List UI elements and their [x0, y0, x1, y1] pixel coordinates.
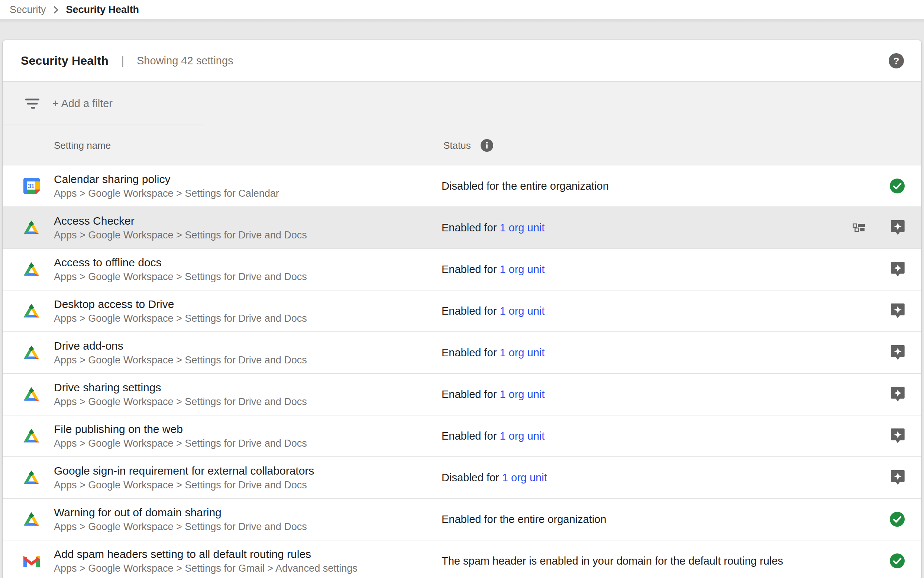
status-cell: The spam header is enabled in your domai… — [442, 555, 783, 567]
recommendation-badge-icon[interactable] — [891, 220, 905, 235]
filter-bar: + Add a filter — [3, 82, 921, 125]
setting-title: Google sign-in requirement for external … — [54, 464, 314, 478]
status-cell: Enabled for the entire organization — [442, 513, 606, 526]
info-icon[interactable] — [481, 139, 493, 152]
table-row[interactable]: Desktop access to Drive Apps > Google Wo… — [3, 291, 921, 332]
org-unit-link[interactable]: 1 org unit — [500, 222, 545, 234]
setting-path: Apps > Google Workspace > Settings for C… — [54, 187, 279, 200]
filter-icon — [25, 99, 39, 109]
setting-title: Access to offline docs — [54, 255, 307, 270]
recommendation-badge-icon[interactable] — [891, 470, 905, 485]
filter-and-header-section: + Add a filter Setting name Status — [3, 82, 921, 166]
page-band-shadow — [0, 19, 924, 23]
setting-title: Desktop access to Drive — [54, 297, 307, 311]
setting-name-cell: Warning for out of domain sharing Apps >… — [54, 505, 307, 533]
status-cell: Enabled for 1 org unit — [442, 263, 545, 276]
breadcrumb: Security Security Health — [0, 0, 924, 19]
org-unit-link[interactable]: 1 org unit — [502, 472, 547, 484]
app-icon — [23, 387, 40, 402]
page-title: Security Health — [21, 54, 108, 68]
org-units-mapping-icon[interactable] — [853, 223, 865, 232]
help-icon[interactable] — [889, 53, 904, 68]
status-text: The spam header is enabled in your domai… — [442, 555, 783, 567]
table-row[interactable]: File publishing on the web Apps > Google… — [3, 416, 921, 457]
setting-path: Apps > Google Workspace > Settings for D… — [54, 479, 314, 492]
status-text: Enabled for — [442, 430, 500, 442]
app-icon — [23, 512, 40, 527]
org-unit-link[interactable]: 1 org unit — [500, 388, 545, 400]
title-separator: | — [121, 54, 124, 67]
chevron-right-icon — [53, 6, 59, 14]
add-filter-button[interactable]: + Add a filter — [52, 97, 113, 110]
app-icon — [23, 178, 40, 194]
app-icon — [23, 345, 40, 360]
table-row[interactable]: Warning for out of domain sharing Apps >… — [3, 499, 921, 541]
recommendation-badge-icon[interactable] — [891, 262, 905, 277]
status-cell: Enabled for 1 org unit — [442, 222, 545, 234]
setting-path: Apps > Google Workspace > Settings for D… — [54, 229, 307, 242]
recommendation-badge-icon[interactable] — [891, 304, 905, 319]
app-icon — [23, 262, 40, 277]
status-text: Disabled for the entire organization — [442, 180, 609, 192]
recommendation-badge-icon[interactable] — [891, 429, 905, 444]
table-row[interactable]: Google sign-in requirement for external … — [3, 457, 921, 499]
table-row[interactable]: Access Checker Apps > Google Workspace >… — [3, 207, 921, 249]
app-icon — [23, 470, 40, 485]
setting-name-cell: File publishing on the web Apps > Google… — [54, 422, 307, 450]
status-text: Enabled for — [442, 263, 500, 275]
breadcrumb-current: Security Health — [66, 4, 139, 16]
org-unit-link[interactable]: 1 org unit — [500, 430, 545, 442]
setting-name-column-header: Setting name — [54, 140, 111, 151]
setting-path: Apps > Google Workspace > Settings for D… — [54, 270, 307, 283]
setting-name-cell: Access Checker Apps > Google Workspace >… — [54, 214, 307, 242]
status-cell: Enabled for 1 org unit — [442, 388, 545, 401]
settings-count: Showing 42 settings — [137, 55, 233, 67]
setting-path: Apps > Google Workspace > Settings for D… — [54, 354, 307, 367]
table-header-row: Setting name Status — [3, 125, 921, 166]
status-text: Enabled for — [442, 347, 500, 359]
app-icon — [23, 304, 40, 319]
status-ok-icon — [890, 554, 905, 568]
status-column-header: Status — [443, 140, 471, 151]
setting-name-cell: Access to offline docs Apps > Google Wor… — [54, 255, 307, 283]
setting-title: Access Checker — [54, 214, 307, 228]
app-icon — [23, 220, 40, 235]
setting-title: Drive add-ons — [54, 339, 307, 353]
status-ok-icon — [890, 512, 905, 527]
card-header: Security Health | Showing 42 settings — [3, 40, 921, 82]
status-cell: Enabled for 1 org unit — [442, 347, 545, 359]
table-row[interactable]: Calendar sharing policy Apps > Google Wo… — [3, 166, 921, 207]
recommendation-badge-icon[interactable] — [891, 345, 905, 360]
settings-table: Calendar sharing policy Apps > Google Wo… — [3, 166, 921, 578]
app-icon — [23, 429, 40, 444]
security-health-card: Security Health | Showing 42 settings + … — [3, 40, 921, 578]
setting-name-cell: Google sign-in requirement for external … — [54, 464, 314, 492]
org-unit-link[interactable]: 1 org unit — [500, 347, 545, 359]
breadcrumb-parent-link[interactable]: Security — [10, 4, 46, 16]
setting-path: Apps > Google Workspace > Settings for D… — [54, 437, 307, 450]
table-row[interactable]: Drive add-ons Apps > Google Workspace > … — [3, 332, 921, 374]
status-text: Enabled for — [442, 388, 500, 400]
setting-path: Apps > Google Workspace > Settings for D… — [54, 520, 307, 533]
table-row[interactable]: Add spam headers setting to all default … — [3, 541, 921, 578]
status-cell: Disabled for the entire organization — [442, 180, 609, 192]
setting-name-cell: Add spam headers setting to all default … — [54, 547, 358, 575]
setting-title: Drive sharing settings — [54, 380, 307, 395]
setting-name-cell: Drive add-ons Apps > Google Workspace > … — [54, 339, 307, 367]
setting-title: Calendar sharing policy — [54, 172, 279, 186]
status-text: Disabled for — [442, 472, 502, 484]
status-cell: Enabled for 1 org unit — [442, 305, 545, 317]
setting-title: File publishing on the web — [54, 422, 307, 436]
table-row[interactable]: Drive sharing settings Apps > Google Wor… — [3, 374, 921, 416]
setting-path: Apps > Google Workspace > Settings for D… — [54, 312, 307, 325]
org-unit-link[interactable]: 1 org unit — [500, 263, 545, 275]
app-icon — [23, 555, 40, 567]
setting-name-cell: Calendar sharing policy Apps > Google Wo… — [54, 172, 279, 200]
org-unit-link[interactable]: 1 org unit — [500, 305, 545, 317]
setting-name-cell: Desktop access to Drive Apps > Google Wo… — [54, 297, 307, 325]
setting-title: Add spam headers setting to all default … — [54, 547, 358, 561]
recommendation-badge-icon[interactable] — [891, 387, 905, 402]
setting-path: Apps > Google Workspace > Settings for G… — [54, 562, 358, 575]
status-text: Enabled for — [442, 222, 500, 234]
table-row[interactable]: Access to offline docs Apps > Google Wor… — [3, 249, 921, 291]
